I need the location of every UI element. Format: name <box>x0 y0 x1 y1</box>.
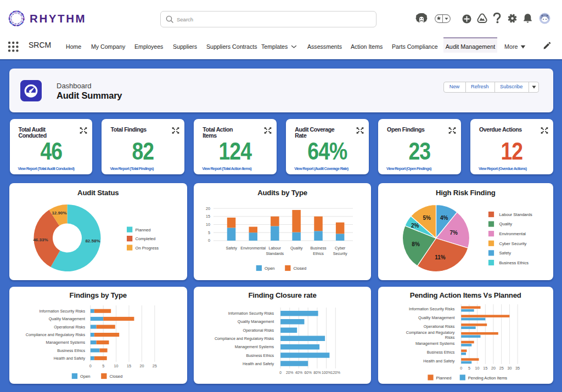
svg-text:Compliance and Regulatory Risk: Compliance and Regulatory Risks <box>25 332 85 337</box>
svg-text:Quality Management: Quality Management <box>238 319 274 324</box>
svg-text:Information Security Risks: Information Security Risks <box>408 306 454 311</box>
svg-text:10: 10 <box>475 366 479 371</box>
svg-text:Security: Security <box>333 251 347 256</box>
svg-text:Open: Open <box>80 374 91 379</box>
svg-text:82.58%: 82.58% <box>85 238 100 243</box>
svg-text:15: 15 <box>127 363 131 368</box>
svg-text:100%: 100% <box>322 371 331 374</box>
svg-text:5: 5 <box>208 230 210 235</box>
svg-text:80%: 80% <box>313 371 321 374</box>
svg-text:Closed: Closed <box>294 266 307 271</box>
svg-text:Safety: Safety <box>499 251 511 255</box>
svg-text:Compliance and Regulatory: Compliance and Regulatory <box>406 330 454 335</box>
svg-text:Cyber Security: Cyber Security <box>499 241 526 246</box>
svg-text:4%: 4% <box>440 215 448 221</box>
svg-text:5: 5 <box>468 366 470 371</box>
svg-text:Health and Safety: Health and Safety <box>53 356 85 361</box>
svg-text:0: 0 <box>279 371 282 374</box>
svg-text:Business: Business <box>311 246 327 251</box>
svg-text:25: 25 <box>152 363 156 368</box>
svg-text:Risks: Risks <box>445 335 454 340</box>
svg-text:30: 30 <box>507 366 512 371</box>
svg-text:15: 15 <box>206 214 210 219</box>
svg-text:10: 10 <box>206 222 210 227</box>
svg-text:Business Ethics: Business Ethics <box>57 348 85 353</box>
svg-text:Quality: Quality <box>499 221 512 226</box>
svg-text:Labour: Labour <box>269 246 282 251</box>
svg-text:Operational Risks: Operational Risks <box>54 325 85 329</box>
svg-text:Business Ethics: Business Ethics <box>426 350 454 355</box>
svg-text:0: 0 <box>89 363 91 368</box>
svg-text:20%: 20% <box>286 371 293 374</box>
svg-text:Pending Action Items: Pending Action Items <box>468 376 507 380</box>
svg-text:60%: 60% <box>305 371 312 374</box>
svg-text:Management Systems: Management Systems <box>415 341 454 346</box>
svg-text:Business Ethics: Business Ethics <box>246 353 274 358</box>
svg-text:Standards: Standards <box>266 251 284 256</box>
svg-text:15: 15 <box>483 366 487 371</box>
svg-text:Management Systems: Management Systems <box>235 344 274 349</box>
svg-text:Business Ethics: Business Ethics <box>499 260 529 265</box>
svg-text:120%: 120% <box>331 371 340 374</box>
svg-text:10: 10 <box>114 363 118 368</box>
svg-text:Planned: Planned <box>135 228 150 232</box>
svg-text:Planned: Planned <box>436 376 451 380</box>
svg-text:Safety: Safety <box>226 246 237 251</box>
svg-text:Information Security Risks: Information Security Risks <box>39 309 85 314</box>
svg-text:20: 20 <box>139 363 144 368</box>
svg-text:Closed: Closed <box>109 374 122 379</box>
svg-text:20: 20 <box>206 206 210 211</box>
svg-text:35: 35 <box>515 366 520 371</box>
svg-text:Quality Management: Quality Management <box>418 315 454 320</box>
svg-text:Ethics: Ethics <box>313 251 324 256</box>
svg-text:Quality Management: Quality Management <box>48 316 85 321</box>
svg-text:Compliance and Regulatory Risk: Compliance and Regulatory Risks <box>215 336 274 341</box>
svg-text:0: 0 <box>460 366 462 371</box>
svg-text:40%: 40% <box>295 371 302 374</box>
svg-text:Environmental: Environmental <box>240 246 266 251</box>
svg-text:Management Systems: Management Systems <box>46 340 85 345</box>
svg-text:5: 5 <box>102 363 104 368</box>
svg-text:25: 25 <box>499 366 503 371</box>
svg-text:8%: 8% <box>412 241 420 247</box>
svg-text:20: 20 <box>491 366 496 371</box>
svg-text:Environmental: Environmental <box>499 231 526 236</box>
svg-text:11%: 11% <box>435 254 446 260</box>
svg-text:Health and Safety: Health and Safety <box>243 361 274 366</box>
svg-text:46.33%: 46.33% <box>33 237 48 242</box>
svg-text:Health and Safety: Health and Safety <box>423 359 455 363</box>
svg-text:12.90%: 12.90% <box>52 211 66 215</box>
svg-text:2%: 2% <box>411 223 419 229</box>
svg-text:Information Security Risks: Information Security Risks <box>228 311 274 316</box>
svg-text:5%: 5% <box>423 215 431 221</box>
svg-text:Completed: Completed <box>135 236 155 241</box>
svg-text:Operational Risks: Operational Risks <box>423 324 454 329</box>
svg-text:0: 0 <box>208 238 210 243</box>
svg-text:On Progress: On Progress <box>135 246 159 251</box>
svg-text:Labour Standards: Labour Standards <box>499 212 532 217</box>
svg-text:Open: Open <box>265 266 275 271</box>
svg-text:7%: 7% <box>449 230 458 236</box>
svg-text:Quality: Quality <box>290 246 303 251</box>
svg-text:Operational Risks: Operational Risks <box>243 328 274 333</box>
svg-text:Cyber: Cyber <box>335 246 346 251</box>
